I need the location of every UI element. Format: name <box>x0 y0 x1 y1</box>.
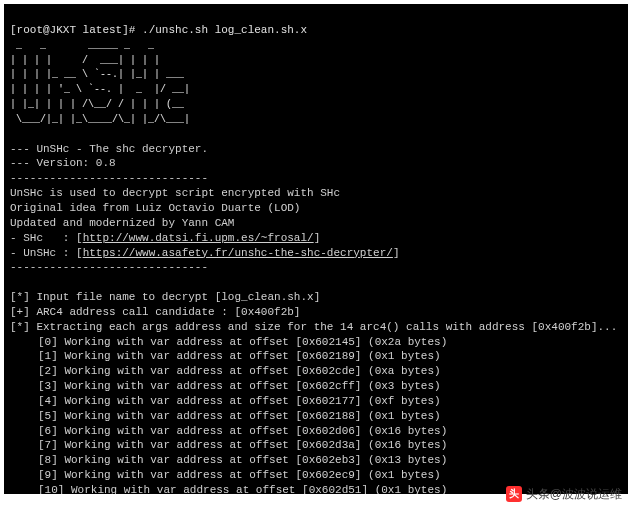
ascii-art-line: | | | | / ___| | | | <box>10 55 190 66</box>
command-text: ./unshc.sh log_clean.sh.x <box>142 24 307 36</box>
ascii-art-line: _ _ _____ _ _ <box>10 40 190 51</box>
separator: ------------------------------ <box>10 172 208 184</box>
work-line: [3] Working with var address at offset [… <box>10 379 441 394</box>
desc-line: Original idea from Luiz Octavio Duarte (… <box>10 202 300 214</box>
ascii-art-line: | | | |_ __ \ `--.| |_| | ___ <box>10 69 190 80</box>
output-line: [*] Input file name to decrypt [log_clea… <box>10 291 320 303</box>
watermark-text: 头条@波波说运维 <box>526 486 622 502</box>
prompt-line-1: [root@JKXT latest]# ./unshc.sh log_clean… <box>10 24 307 36</box>
watermark: 头 头条@波波说运维 <box>506 486 622 502</box>
work-line: [7] Working with var address at offset [… <box>10 438 447 453</box>
unshc-link[interactable]: https://www.asafety.fr/unshc-the-shc-dec… <box>83 247 393 259</box>
unshc-link-line: - UnSHc : [https://www.asafety.fr/unshc-… <box>10 247 400 259</box>
prompt: [root@JKXT latest]# <box>10 24 142 36</box>
work-line: [4] Working with var address at offset [… <box>10 394 441 409</box>
work-line: [8] Working with var address at offset [… <box>10 453 447 468</box>
ascii-art-line: | |_| | | | /\__/ / | | | (__ <box>10 99 190 110</box>
work-line: [0] Working with var address at offset [… <box>10 335 447 350</box>
watermark-icon: 头 <box>506 486 522 502</box>
header-line: --- Version: 0.8 <box>10 157 116 169</box>
work-line: [1] Working with var address at offset [… <box>10 349 441 364</box>
work-line: [5] Working with var address at offset [… <box>10 409 441 424</box>
work-line: [9] Working with var address at offset [… <box>10 468 441 483</box>
shc-link[interactable]: http://www.datsi.fi.upm.es/~frosal/ <box>83 232 314 244</box>
desc-line: Updated and modernized by Yann CAM <box>10 217 234 229</box>
terminal-window[interactable]: [root@JKXT latest]# ./unshc.sh log_clean… <box>4 4 628 494</box>
output-line: [*] Extracting each args address and siz… <box>10 321 617 333</box>
shc-link-line: - SHc : [http://www.datsi.fi.upm.es/~fro… <box>10 232 320 244</box>
work-line: [10] Working with var address at offset … <box>10 483 447 494</box>
ascii-art-line: \___/|_| |_\____/\_| |_/\___| <box>10 114 190 125</box>
output-line: [+] ARC4 address call candidate : [0x400… <box>10 306 300 318</box>
work-line: [6] Working with var address at offset [… <box>10 424 447 439</box>
separator: ------------------------------ <box>10 261 208 273</box>
desc-line: UnSHc is used to decrypt script encrypte… <box>10 187 340 199</box>
header-line: --- UnSHc - The shc decrypter. <box>10 143 208 155</box>
ascii-art-line: | | | | '_ \ `--. | _ |/ __| <box>10 84 190 95</box>
work-line: [2] Working with var address at offset [… <box>10 364 441 379</box>
